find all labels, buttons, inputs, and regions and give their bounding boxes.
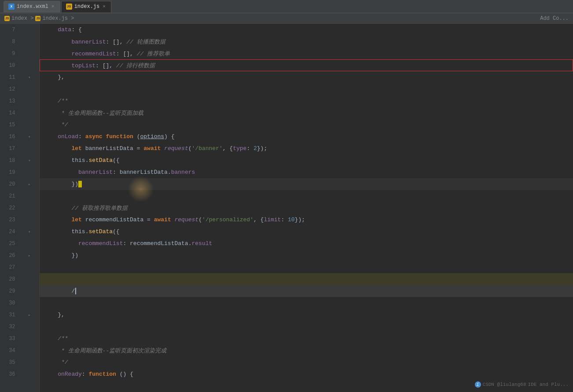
code-line-10: topList: [], // 排行榜数据 — [40, 59, 573, 71]
line-num-29: 29 — [0, 288, 20, 294]
code-text-34: * 生命周期函数--监听页面初次渲染完成 — [44, 347, 166, 355]
gutter-row-8: 8 — [0, 36, 39, 48]
fold-arrow-31[interactable]: ▸ — [27, 312, 32, 318]
gutter-row-7: 7 — [0, 24, 39, 36]
line-num-22: 22 — [0, 205, 20, 211]
tab-js-label: index.js — [74, 4, 100, 10]
line-num-9: 9 — [0, 51, 20, 57]
tab-wxml-close[interactable]: × — [51, 4, 55, 9]
code-line-26: }) — [40, 249, 573, 261]
code-line-18: this.setData({ — [40, 154, 573, 166]
gutter-row-24: 24 ▾ — [0, 226, 39, 238]
gutter-row-11: 11 ▾ — [0, 71, 39, 83]
code-line-14: * 生命周期函数--监听页面加载 — [40, 107, 573, 119]
code-line-12 — [40, 83, 573, 95]
gutter-row-14: 14 — [0, 107, 39, 119]
tab-wxml-label: index.wxml — [17, 4, 48, 10]
tab-bar[interactable]: X index.wxml × JS index.js × — [0, 0, 573, 13]
breadcrumb-index: index > — [11, 15, 33, 22]
line-marker-20: ▸ — [20, 182, 39, 187]
code-text-19: bannerList: bannerListData.banners — [44, 169, 195, 176]
line-num-19: 19 — [0, 169, 20, 176]
code-text-25: recommendList: recommendListData.result — [44, 240, 212, 247]
xml-icon: X — [8, 4, 15, 10]
code-line-19: bannerList: bannerListData.banners — [40, 166, 573, 178]
gutter-row-31: 31 ▸ — [0, 309, 39, 321]
line-num-26: 26 — [0, 253, 20, 259]
code-line-22: // 获取推荐歌单数据 — [40, 202, 573, 214]
line-num-25: 25 — [0, 241, 20, 247]
code-line-8: bannerList: [], // 轮播图数据 — [40, 36, 573, 48]
watermark: i CSDN @liulang68 IDE and Plu... — [475, 381, 569, 388]
add-code-button[interactable]: Add Co... — [540, 15, 569, 22]
fold-arrow-20[interactable]: ▸ — [27, 182, 32, 187]
code-line-27 — [40, 261, 573, 273]
code-line-31: }, — [40, 309, 573, 321]
line-num-24: 24 — [0, 229, 20, 235]
code-text-7: data: { — [44, 26, 82, 33]
fold-arrow-18[interactable]: ▾ — [27, 158, 32, 163]
fold-arrow-11[interactable]: ▾ — [27, 75, 32, 80]
code-line-7: data: { — [40, 24, 573, 36]
line-num-7: 7 — [0, 27, 20, 33]
code-line-9: recommendList: [], // 推荐歌单 — [40, 48, 573, 59]
code-line-30 — [40, 297, 573, 309]
code-text-36: onReady: function () { — [44, 371, 133, 377]
tab-js-close[interactable]: × — [102, 4, 107, 9]
code-line-21 — [40, 190, 573, 202]
line-marker-26: ▸ — [20, 253, 39, 258]
line-num-21: 21 — [0, 193, 20, 199]
line-num-17: 17 — [0, 146, 20, 152]
fold-arrow-24[interactable]: ▾ — [27, 229, 32, 234]
line-num-28: 28 — [0, 276, 20, 282]
code-line-15: */ — [40, 119, 573, 131]
line-marker-16: ▾ — [20, 134, 39, 139]
code-text-13: /** — [44, 98, 68, 104]
watermark-sub: IDE and Plu... — [528, 382, 569, 387]
code-text-14: * 生命周期函数--监听页面加载 — [44, 109, 143, 117]
tab-index-js[interactable]: JS index.js × — [61, 1, 111, 12]
watermark-text: CSDN @liulang68 — [483, 382, 526, 387]
line-num-33: 33 — [0, 336, 20, 342]
gutter-row-23: 23 — [0, 214, 39, 226]
gutter-row-36: 36 — [0, 368, 39, 380]
editor-area: 7 8 9 10 11 ▾ 12 — [0, 24, 573, 392]
line-num-36: 36 — [0, 371, 20, 377]
gutter-row-27: 27 — [0, 261, 39, 273]
tab-index-wxml[interactable]: X index.wxml × — [4, 1, 60, 12]
line-num-23: 23 — [0, 217, 20, 223]
line-num-18: 18 — [0, 158, 20, 164]
code-text-16: onLoad: async function (options) { — [44, 133, 175, 140]
code-text-11: }, — [44, 74, 65, 81]
code-text-10: topList: [], // 排行榜数据 — [44, 62, 155, 70]
code-line-33: /** — [40, 333, 573, 344]
gutter-row-35: 35 — [0, 356, 39, 368]
line-num-35: 35 — [0, 359, 20, 366]
gutter-row-34: 34 — [0, 344, 39, 356]
line-num-12: 12 — [0, 86, 20, 92]
gutter-row-29: 29 — [0, 285, 39, 297]
breadcrumb-js-icon: JS — [4, 16, 10, 21]
line-num-31: 31 — [0, 312, 20, 318]
line-num-13: 13 — [0, 98, 20, 104]
breadcrumb-bar: JS index > JS index.js > Add Co... — [0, 13, 573, 24]
code-line-36: onReady: function () { — [40, 368, 573, 380]
code-line-17: let bannerListData = await request('/ban… — [40, 143, 573, 154]
line-num-16: 16 — [0, 134, 20, 140]
code-text-35: */ — [44, 359, 68, 366]
fold-arrow-16[interactable]: ▾ — [27, 134, 32, 139]
line-num-15: 15 — [0, 122, 20, 128]
line-marker-24: ▾ — [20, 229, 39, 234]
gutter-row-9: 9 — [0, 48, 39, 59]
gutter-row-28: 28 — [0, 273, 39, 285]
line-marker-11: ▾ — [20, 75, 39, 80]
line-num-32: 32 — [0, 324, 20, 330]
code-line-29: / — [40, 285, 573, 297]
line-num-11: 11 — [0, 74, 20, 81]
gutter-row-10: 10 — [0, 59, 39, 71]
code-text-15: */ — [44, 121, 68, 128]
code-text-24: this.setData({ — [44, 228, 120, 235]
code-content[interactable]: data: { bannerList: [], // 轮播图数据 recomme… — [40, 24, 573, 392]
fold-arrow-26[interactable]: ▸ — [27, 253, 32, 258]
gutter-row-26: 26 ▸ — [0, 249, 39, 261]
